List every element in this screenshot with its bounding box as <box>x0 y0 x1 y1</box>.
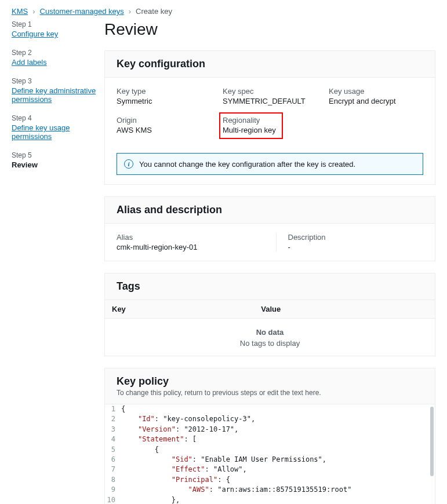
code-line: 7 "Effect": "Allow", <box>105 465 435 474</box>
alias-description-heading: Alias and description <box>117 204 423 216</box>
description: Description - <box>276 233 424 251</box>
key-configuration-heading: Key configuration <box>117 58 423 70</box>
tags-heading: Tags <box>117 280 423 293</box>
code-line: 2 "Id": "key-consolepolicy-3", <box>105 414 435 424</box>
key-usage: Key usage Encrypt and decrypt <box>329 87 423 105</box>
key-type: Key type Symmetric <box>117 87 211 105</box>
scrollbar[interactable] <box>430 407 434 476</box>
code-line: 8 "Principal": { <box>105 475 435 485</box>
tags-panel: Tags Key Value No data No tags to displa… <box>104 273 435 356</box>
key-policy-sub: To change this policy, return to previou… <box>117 389 423 397</box>
key-configuration-panel: Key configuration Key type Symmetric Key… <box>104 50 435 185</box>
policy-editor[interactable]: 1{2 "Id": "key-consolepolicy-3",3 "Versi… <box>105 404 435 504</box>
page-title: Review <box>104 20 435 39</box>
breadcrumb: KMS › Customer-managed keys › Create key <box>0 0 447 20</box>
code-line: 5 { <box>105 445 435 455</box>
breadcrumb-customer-managed-keys[interactable]: Customer-managed keys <box>40 7 124 16</box>
key-spec: Key spec SYMMETRIC_DEFAULT <box>223 87 317 105</box>
chevron-right-icon: › <box>129 7 131 16</box>
tags-empty-title: No data <box>105 319 435 339</box>
wizard-sidebar: Step 1 Configure key Step 2 Add labels S… <box>0 20 104 504</box>
step-define-usage-permissions[interactable]: Step 4 Define key usage permissions <box>12 114 104 141</box>
breadcrumb-kms[interactable]: KMS <box>12 7 28 16</box>
info-text: You cannot change the key configuration … <box>139 160 355 169</box>
key-policy-panel: Key policy To change this policy, return… <box>104 368 435 504</box>
code-line: 4 "Statement": [ <box>105 434 435 444</box>
code-line: 3 "Version": "2012-10-17", <box>105 425 435 434</box>
main-content: Review Key configuration Key type Symmet… <box>104 20 447 504</box>
chevron-right-icon: › <box>32 7 35 16</box>
tags-table: Key Value <box>105 300 435 319</box>
alias-description-panel: Alias and description Alias cmk-multi-re… <box>104 196 435 261</box>
step-add-labels[interactable]: Step 2 Add labels <box>12 49 104 67</box>
tags-col-value[interactable]: Value <box>254 300 435 319</box>
breadcrumb-create-key: Create key <box>136 7 172 16</box>
info-icon: i <box>124 159 133 169</box>
key-policy-heading: Key policy <box>117 375 423 388</box>
regionality: Regionality Multi-region key <box>223 116 317 134</box>
step-define-admin-permissions[interactable]: Step 3 Define key administrative permiss… <box>12 77 104 104</box>
tags-col-key[interactable]: Key <box>105 300 254 319</box>
origin: Origin AWS KMS <box>117 116 211 134</box>
code-line: 1{ <box>105 404 435 414</box>
code-line: 10 }, <box>105 495 435 504</box>
alias: Alias cmk-multi-region-key-01 <box>117 233 264 251</box>
tags-empty-sub: No tags to display <box>105 339 435 356</box>
code-line: 9 "AWS": "arn:aws:iam::857519135519:root… <box>105 485 435 495</box>
step-review: Step 5 Review <box>12 151 104 169</box>
code-line: 6 "Sid": "Enable IAM User Permissions", <box>105 455 435 465</box>
step-configure-key[interactable]: Step 1 Configure key <box>12 20 104 38</box>
info-banner: i You cannot change the key configuratio… <box>117 153 423 175</box>
